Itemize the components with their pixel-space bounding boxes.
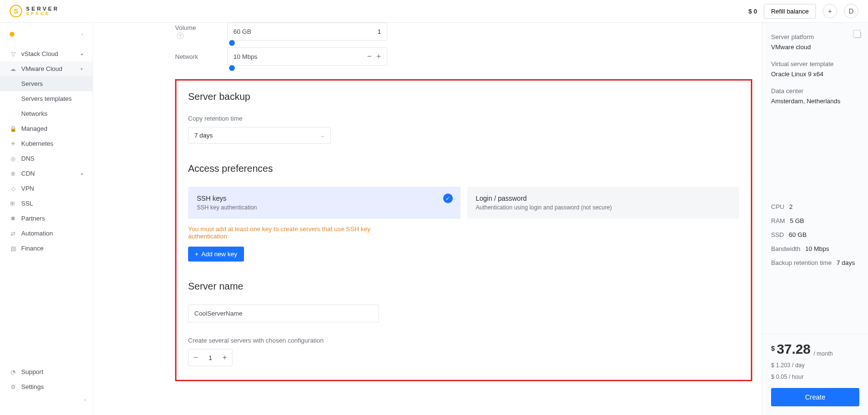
spec-cpu-value: 2 xyxy=(789,203,792,210)
server-backup-title: Server backup xyxy=(188,91,739,102)
slider-thumb-icon[interactable] xyxy=(229,40,235,46)
sidebar-item-vpn[interactable]: ◇ VPN xyxy=(0,181,93,196)
help-icon[interactable]: ? xyxy=(177,32,184,39)
network-slider-row: Network 10 Mbps − + xyxy=(175,47,752,66)
price-monthly: $ 37.28 / month xyxy=(771,342,859,357)
sidebar-item-label: SSL xyxy=(21,200,33,207)
ssh-warning-text: You must add at least one key to create … xyxy=(188,225,391,240)
collapse-sidebar-button[interactable]: ‹ xyxy=(84,397,86,402)
sidebar-item-partners[interactable]: ✱ Partners xyxy=(0,211,93,226)
sidebar-item-label: vStack Cloud xyxy=(21,50,58,57)
chevron-down-icon: ▾ xyxy=(81,67,83,71)
spec-ram-label: RAM xyxy=(771,217,785,224)
sidebar-item-settings[interactable]: ⚙ Settings xyxy=(0,379,93,394)
summary-dc-label: Data center xyxy=(771,87,859,95)
spec-bandwidth-label: Bandwidth xyxy=(771,245,800,252)
sidebar-item-vstack-cloud[interactable]: ▽ vStack Cloud ◂ xyxy=(0,46,93,61)
vstack-icon: ▽ xyxy=(10,51,16,57)
summary-template-label: Virtual server template xyxy=(771,60,859,68)
price-hour: $ 0.05 / hour xyxy=(771,374,859,380)
add-new-key-button[interactable]: + Add new key xyxy=(188,247,244,262)
chevron-right-icon: › xyxy=(81,31,83,37)
price-currency: $ xyxy=(771,345,775,352)
price-amount: 37.28 xyxy=(777,342,811,357)
spec-ssd: SSD 60 GB xyxy=(771,231,859,238)
sidebar-item-label: Kubernetes xyxy=(21,140,54,147)
sidebar-item-label: Settings xyxy=(21,383,44,390)
server-count-stepper: − 1 + xyxy=(188,349,232,366)
sidebar-item-automation[interactable]: ⇄ Automation xyxy=(0,226,93,241)
check-icon: ✓ xyxy=(443,194,453,203)
retention-value: 7 days xyxy=(194,132,213,139)
sidebar-item-label: Partners xyxy=(21,215,45,222)
spec-bandwidth-value: 10 Mbps xyxy=(805,245,829,252)
sidebar-item-cdn[interactable]: ⊕ CDN ◂ xyxy=(0,166,93,181)
server-name-input[interactable] xyxy=(188,304,379,322)
create-button[interactable]: Create xyxy=(771,388,859,406)
lock-icon: 🔒 xyxy=(10,125,16,132)
sidebar-item-vmware-cloud[interactable]: ☁ VMware Cloud ▾ xyxy=(0,61,93,76)
spec-cpu: CPU 2 xyxy=(771,203,859,210)
sidebar-item-label: DNS xyxy=(21,155,34,162)
summary-panel: Server platform VMware cloud Virtual ser… xyxy=(762,23,868,415)
summary-platform-label: Server platform xyxy=(771,33,859,41)
project-color-icon xyxy=(10,32,14,37)
retention-dropdown[interactable]: 7 days ⌄ xyxy=(188,127,331,144)
balance-amount: $ 0 xyxy=(748,8,757,15)
access-option-ssh-keys[interactable]: SSH keys SSH key authentication ✓ xyxy=(188,187,461,219)
sidebar-item-finance[interactable]: ▤ Finance xyxy=(0,241,93,256)
volume-value: 60 GB xyxy=(233,28,251,35)
sidebar-item-support[interactable]: ◔ Support xyxy=(0,364,93,379)
network-decrease-button[interactable]: − xyxy=(367,53,371,60)
server-count-increase-button[interactable]: + xyxy=(217,349,232,366)
logo[interactable]: SERVER SPACE xyxy=(10,5,59,17)
chevron-left-icon: ◂ xyxy=(81,52,83,56)
volume-slider[interactable]: 60 GB 1 xyxy=(227,23,387,41)
chevron-left-icon: ◂ xyxy=(81,171,83,176)
spec-ram-value: 5 GB xyxy=(790,217,804,224)
sidebar: › ▽ vStack Cloud ◂ ☁ VMware Cloud ▾ Serv… xyxy=(0,23,93,415)
kubernetes-icon: ✳ xyxy=(10,140,16,147)
partners-icon: ✱ xyxy=(10,215,16,222)
project-selector[interactable]: › xyxy=(0,23,93,42)
sidebar-item-ssl[interactable]: ⛨ SSL xyxy=(0,196,93,211)
network-slider[interactable]: 10 Mbps − + xyxy=(227,47,387,66)
server-count-decrease-button[interactable]: − xyxy=(189,349,203,366)
copy-icon[interactable] xyxy=(854,31,861,38)
sidebar-sub-servers-templates[interactable]: Servers templates xyxy=(0,91,93,106)
refill-balance-button[interactable]: Refill balance xyxy=(764,4,816,19)
cdn-icon: ⊕ xyxy=(10,170,16,177)
network-label: Network xyxy=(175,53,204,60)
sidebar-item-kubernetes[interactable]: ✳ Kubernetes xyxy=(0,136,93,151)
price-day: $ 1.203 / day xyxy=(771,362,859,369)
chevron-down-icon: ⌄ xyxy=(321,133,325,138)
access-option-login-password[interactable]: Login / password Authentication using lo… xyxy=(467,187,740,219)
slider-thumb-icon[interactable] xyxy=(229,65,235,71)
volume-slider-row: Volume ? 60 GB 1 xyxy=(175,23,752,41)
network-value: 10 Mbps xyxy=(233,53,258,60)
sidebar-sub-networks[interactable]: Networks xyxy=(0,106,93,121)
topbar: SERVER SPACE $ 0 Refill balance + D xyxy=(0,0,868,23)
account-avatar-button[interactable]: D xyxy=(844,4,858,18)
logo-text: SERVER SPACE xyxy=(26,6,59,16)
gear-icon: ⚙ xyxy=(10,384,16,390)
price-period: / month xyxy=(814,350,833,357)
finance-icon: ▤ xyxy=(10,245,16,252)
volume-label: Volume ? xyxy=(175,24,204,39)
logo-bot: SPACE xyxy=(26,12,59,16)
access-ssh-title: SSH keys xyxy=(197,194,452,202)
sidebar-item-label: Automation xyxy=(21,230,53,237)
support-icon: ◔ xyxy=(10,369,16,375)
dns-icon: ◎ xyxy=(10,155,16,162)
access-options: SSH keys SSH key authentication ✓ Login … xyxy=(188,187,739,219)
topbar-right: $ 0 Refill balance + D xyxy=(748,4,858,19)
sidebar-sub-servers[interactable]: Servers xyxy=(0,76,93,91)
sidebar-item-dns[interactable]: ◎ DNS xyxy=(0,151,93,166)
add-button[interactable]: + xyxy=(823,4,837,18)
cloud-icon: ☁ xyxy=(10,66,16,72)
volume-count: 1 xyxy=(378,28,381,35)
network-increase-button[interactable]: + xyxy=(377,53,381,60)
sidebar-item-managed[interactable]: 🔒 Managed xyxy=(0,121,93,136)
highlighted-region: Server backup Copy retention time 7 days… xyxy=(175,79,752,381)
summary-dc-value: Amsterdam, Netherlands xyxy=(771,97,859,105)
